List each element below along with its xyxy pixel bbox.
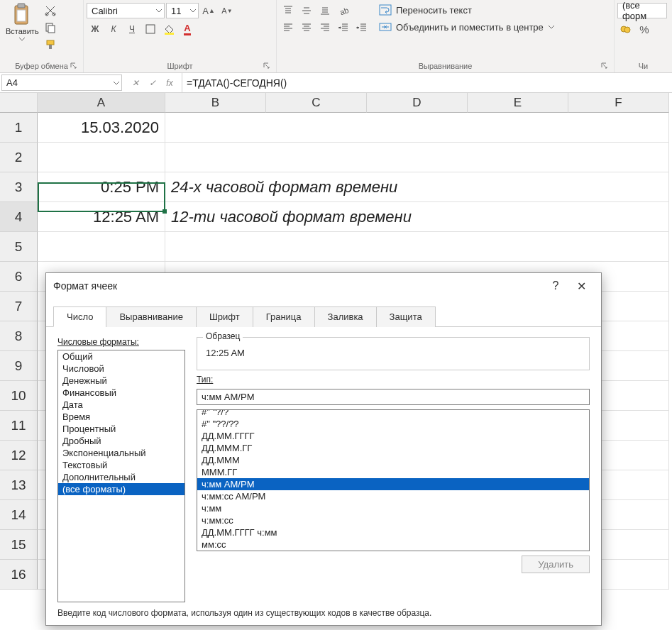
category-item[interactable]: Текстовый bbox=[58, 459, 184, 471]
dialog-tab[interactable]: Граница bbox=[253, 306, 315, 327]
grow-font-button[interactable]: A▲ bbox=[200, 3, 217, 18]
category-item[interactable]: Финансовый bbox=[58, 387, 184, 399]
column-header-A[interactable]: A bbox=[38, 93, 165, 113]
cell[interactable] bbox=[38, 143, 165, 172]
name-box[interactable]: A4 bbox=[1, 74, 122, 91]
border-button[interactable] bbox=[142, 21, 159, 37]
formula-input[interactable]: =ТДАТА()-СЕГОДНЯ() bbox=[182, 73, 672, 92]
type-item[interactable]: #" "?/? bbox=[197, 409, 589, 418]
cell[interactable] bbox=[165, 113, 669, 143]
align-center-button[interactable] bbox=[298, 20, 315, 35]
underline-button[interactable]: Ч bbox=[123, 21, 141, 37]
type-item[interactable]: ДД.ММ.ГГГГ ч:мм bbox=[197, 526, 589, 538]
indent-increase-button[interactable] bbox=[353, 20, 370, 35]
row-header[interactable]: 11 bbox=[0, 411, 38, 441]
cell[interactable]: 0:25 PM bbox=[38, 172, 165, 202]
category-item[interactable]: Время bbox=[58, 411, 184, 423]
column-header-F[interactable]: F bbox=[568, 93, 669, 113]
row-header[interactable]: 5 bbox=[0, 232, 38, 262]
dialog-help-button[interactable]: ? bbox=[543, 280, 568, 292]
align-middle-button[interactable] bbox=[298, 3, 315, 18]
bold-button[interactable]: Ж bbox=[87, 21, 104, 37]
categories-list[interactable]: ОбщийЧисловойДенежныйФинансовыйДатаВремя… bbox=[57, 350, 185, 602]
type-item[interactable]: ДД.МММ bbox=[197, 454, 589, 466]
column-header-D[interactable]: D bbox=[367, 93, 468, 113]
font-name-combo[interactable]: Calibri bbox=[87, 3, 165, 18]
row-header[interactable]: 2 bbox=[0, 143, 38, 172]
align-right-button[interactable] bbox=[316, 20, 334, 35]
category-item[interactable]: Процентный bbox=[58, 423, 184, 435]
category-item[interactable]: Числовой bbox=[58, 363, 184, 375]
dialog-tab[interactable]: Шрифт bbox=[196, 306, 253, 327]
cut-button[interactable] bbox=[42, 3, 59, 18]
row-header[interactable]: 10 bbox=[0, 381, 38, 411]
type-input[interactable]: ч:мм AM/PM bbox=[197, 389, 590, 405]
category-item[interactable]: Денежный bbox=[58, 375, 184, 387]
type-item[interactable]: мм:cc bbox=[197, 538, 589, 551]
font-color-button[interactable]: A bbox=[179, 21, 196, 37]
row-header[interactable]: 7 bbox=[0, 292, 38, 321]
merge-center-button[interactable]: Объединить и поместить в центре bbox=[378, 20, 559, 34]
type-item[interactable]: ч:мм:cc bbox=[197, 514, 589, 526]
row-header[interactable]: 14 bbox=[0, 500, 38, 530]
font-launcher[interactable] bbox=[262, 61, 272, 71]
align-launcher[interactable] bbox=[600, 61, 610, 71]
type-item[interactable]: МММ.ГГ bbox=[197, 466, 589, 478]
formula-cancel-button[interactable]: ✕ bbox=[129, 78, 142, 88]
type-list[interactable]: #" "?/?#" "??/??ДД.ММ.ГГГГДД.МММ.ГГДД.ММ… bbox=[197, 409, 590, 551]
column-header-E[interactable]: E bbox=[468, 93, 568, 113]
delete-button[interactable]: Удалить bbox=[522, 556, 590, 573]
currency-button[interactable] bbox=[617, 21, 634, 37]
column-header-B[interactable]: B bbox=[165, 93, 266, 113]
row-header[interactable]: 4 bbox=[0, 202, 38, 232]
row-header[interactable]: 8 bbox=[0, 321, 38, 351]
italic-button[interactable]: К bbox=[105, 21, 122, 37]
fill-color-button[interactable] bbox=[160, 21, 177, 37]
cell[interactable] bbox=[38, 232, 165, 262]
dialog-tab[interactable]: Заливка bbox=[314, 306, 377, 327]
type-item[interactable]: #" "??/?? bbox=[197, 418, 589, 430]
category-item[interactable]: Дополнительный bbox=[58, 471, 184, 483]
row-header[interactable]: 3 bbox=[0, 172, 38, 202]
category-item[interactable]: Дробный bbox=[58, 435, 184, 447]
number-format-combo[interactable]: (все форм bbox=[617, 3, 667, 18]
row-header[interactable]: 6 bbox=[0, 262, 38, 292]
cell[interactable]: 24-х часовой формат времени bbox=[165, 172, 669, 202]
orientation-button[interactable]: ab bbox=[335, 3, 359, 18]
percent-button[interactable]: % bbox=[636, 21, 653, 37]
formula-enter-button[interactable]: ✓ bbox=[146, 78, 159, 88]
fx-button[interactable]: fx bbox=[163, 78, 176, 88]
type-item[interactable]: ДД.МММ.ГГ bbox=[197, 442, 589, 454]
select-all-corner[interactable] bbox=[0, 93, 38, 113]
row-header[interactable]: 13 bbox=[0, 470, 38, 500]
clipboard-launcher[interactable] bbox=[69, 61, 79, 71]
dialog-tab[interactable]: Защита bbox=[376, 306, 436, 327]
cell[interactable]: 15.03.2020 bbox=[38, 113, 165, 143]
align-top-button[interactable] bbox=[280, 3, 297, 18]
dialog-tab[interactable]: Выравнивание bbox=[106, 306, 196, 327]
row-header[interactable]: 1 bbox=[0, 113, 38, 143]
column-header-C[interactable]: C bbox=[266, 93, 367, 113]
category-item[interactable]: Экспоненциальный bbox=[58, 447, 184, 459]
align-left-button[interactable] bbox=[280, 20, 297, 35]
wrap-text-button[interactable]: Переносить текст bbox=[378, 3, 559, 17]
row-header[interactable]: 9 bbox=[0, 351, 38, 381]
category-item[interactable]: Дата bbox=[58, 399, 184, 411]
category-item[interactable]: (все форматы) bbox=[58, 483, 184, 495]
dialog-tab[interactable]: Число bbox=[53, 306, 106, 327]
indent-decrease-button[interactable] bbox=[335, 20, 352, 35]
category-item[interactable]: Общий bbox=[58, 350, 184, 363]
row-header[interactable]: 12 bbox=[0, 441, 38, 470]
cell[interactable]: 12:25 AM bbox=[38, 202, 165, 232]
type-item[interactable]: ДД.ММ.ГГГГ bbox=[197, 430, 589, 442]
cell[interactable] bbox=[165, 143, 669, 172]
type-item[interactable]: ч:мм bbox=[197, 502, 589, 514]
align-bottom-button[interactable] bbox=[316, 3, 334, 18]
row-header[interactable]: 15 bbox=[0, 530, 38, 560]
cell[interactable]: 12-ти часовой формат времени bbox=[165, 202, 669, 232]
font-size-combo[interactable]: 11 bbox=[166, 3, 199, 18]
dialog-close-button[interactable]: ✕ bbox=[568, 280, 594, 293]
type-item[interactable]: ч:мм:cc AM/PM bbox=[197, 490, 589, 502]
shrink-font-button[interactable]: A▼ bbox=[219, 3, 236, 18]
row-header[interactable]: 16 bbox=[0, 560, 38, 590]
